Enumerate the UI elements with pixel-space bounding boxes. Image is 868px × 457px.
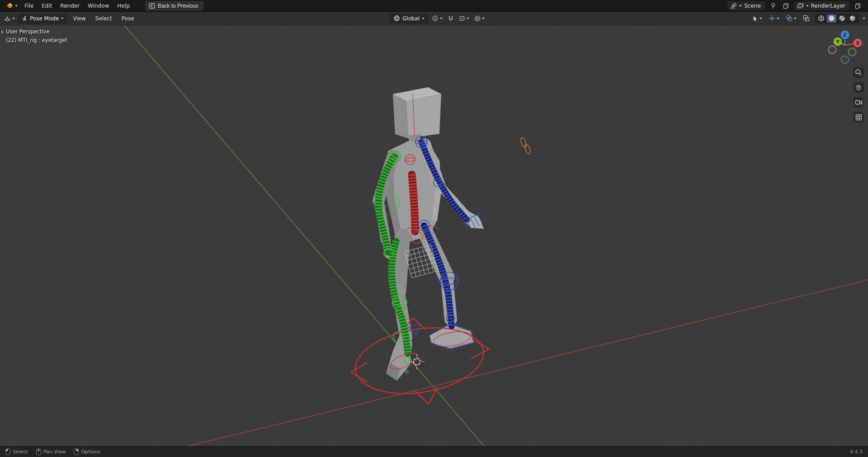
toggle-xray-button[interactable] [802,14,811,23]
status-hint-select: Select [5,448,28,455]
material-sphere-icon [839,15,845,22]
shading-mode-group [815,14,859,24]
zoom-button[interactable] [853,67,864,78]
pivot-point-icon [432,15,439,22]
scene-selector[interactable]: Scene [727,1,765,10]
new-scene-button[interactable] [781,1,791,10]
view-layer-value: RenderLayer [811,3,845,9]
zoom-icon [855,69,862,76]
chevron-down-icon [806,5,809,7]
shading-options-chevron-icon[interactable] [863,18,865,19]
pivot-point-selector[interactable] [430,14,444,23]
blender-logo-icon [5,2,13,9]
chevron-down-icon [794,18,797,19]
menu-render[interactable]: Render [56,1,84,10]
viewport-3d[interactable]: Z Y X User Perspective (22) MTI_rig : ey… [0,25,868,446]
new-view-layer-button[interactable] [853,1,863,10]
status-hint-options: Options [74,448,100,455]
menu-pose[interactable]: Pose [118,14,138,23]
chevron-down-icon [482,18,485,19]
gizmo-neg-x-ball[interactable] [829,46,836,54]
chevron-down-icon [760,18,762,19]
gizmo-z-label: Z [843,33,846,38]
magnet-icon [448,15,454,22]
pose-mode-icon [21,15,28,22]
menu-window[interactable]: Window [84,1,113,10]
hint-label: Pan View [43,449,66,455]
camera-icon [855,99,863,105]
pin-scene-button[interactable] [768,1,778,10]
view-layer-icon [797,3,804,9]
scene-selector-value: Scene [744,3,761,9]
blender-window: File Edit Render Window Help Back to Pre… [0,0,868,457]
hint-label: Options [81,449,100,455]
mode-selector[interactable]: Pose Mode [18,14,67,24]
menu-select[interactable]: Select [91,14,116,23]
cursor-visibility-icon [752,15,758,22]
pin-icon [770,3,776,9]
topbar-right-cluster: Scene Rend [727,1,865,10]
transform-orientation-selector[interactable]: Global [390,14,428,24]
chevron-down-icon [467,18,469,19]
object-visibility-selector[interactable] [751,14,764,23]
rendered-sphere-icon [849,15,856,22]
orientation-globe-icon [393,15,400,22]
wireframe-sphere-icon [818,15,825,22]
show-gizmo-selector[interactable] [767,14,781,23]
viewport-header: Pose Mode View Select Pose Global [0,12,868,25]
version-label: 4.4.3 [850,449,863,455]
menu-help[interactable]: Help [113,1,133,10]
hand-icon [855,84,862,91]
back-button-label: Back to Previous [158,3,198,9]
gizmo-y-label: Y [835,39,840,44]
snap-target-selector[interactable] [458,14,471,23]
view-perspective-label: User Perspective [6,28,67,36]
gizmo-x-label: X [856,41,859,46]
mouse-middle-icon [36,448,41,455]
chevron-down-icon [15,5,18,7]
chevron-down-icon [440,18,443,19]
back-icon [149,3,155,9]
pan-view-button[interactable] [853,82,864,93]
active-object-label: (22) MTI_rig : eyetarget [6,36,67,45]
menu-file[interactable]: File [20,1,38,10]
scene-icon [730,3,737,9]
proportional-editing-icon [474,15,481,22]
statusbar: Select Pan View Options 4.4.3 [0,446,868,457]
toolbar-expand-icon[interactable] [1,30,4,34]
hint-label: Select [13,449,28,455]
snap-target-icon [459,15,465,22]
status-hint-pan: Pan View [36,448,66,455]
chevron-down-icon [422,18,425,19]
chevron-down-icon [12,18,15,19]
shading-material-button[interactable] [837,14,847,23]
shading-solid-button[interactable] [827,14,836,23]
menu-view[interactable]: View [69,14,90,23]
mode-selector-value: Pose Mode [30,15,59,22]
chevron-down-icon [777,18,779,19]
new-view-layer-icon [855,3,861,9]
orientation-value: Global [402,15,420,22]
editor-type-button[interactable] [2,14,16,23]
solid-sphere-icon [828,15,835,22]
gizmo-neg-y-ball[interactable] [849,48,856,56]
shading-rendered-button[interactable] [848,14,857,23]
show-overlays-selector[interactable] [784,14,798,23]
back-to-previous-button[interactable]: Back to Previous [146,1,203,10]
xray-icon [803,15,810,22]
overlays-icon [786,15,793,22]
camera-view-button[interactable] [853,97,864,108]
grid-icon [855,114,862,121]
snap-toggle[interactable] [446,14,455,23]
scene-canvas: Z Y X [0,25,868,446]
gizmo-neg-z-ball[interactable] [841,56,849,64]
menu-edit[interactable]: Edit [38,1,56,10]
viewport-overlay-labels: User Perspective (22) MTI_rig : eyetarge… [6,28,67,45]
proportional-editing-selector[interactable] [473,14,486,23]
toggle-ortho-button[interactable] [853,112,864,122]
shading-wireframe-button[interactable] [816,14,826,23]
chevron-down-icon [739,5,742,7]
view-layer-selector[interactable]: RenderLayer [794,1,849,10]
blender-menu-button[interactable] [3,1,20,10]
topbar: File Edit Render Window Help Back to Pre… [0,0,868,12]
